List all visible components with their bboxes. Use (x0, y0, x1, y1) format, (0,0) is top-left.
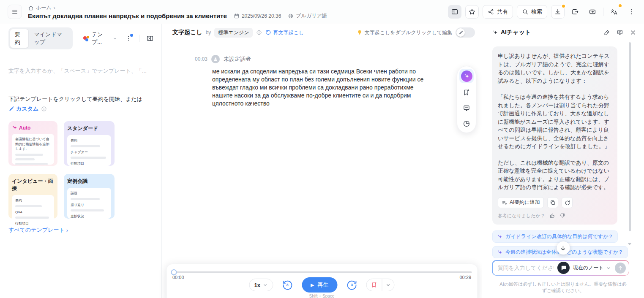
template-card-interview[interactable]: インタビュー・面接 要約 Q&A 行動項目 (8, 174, 57, 219)
transcript-entry[interactable]: 00:03 未設定話者 ме искали да споделим напред… (162, 55, 482, 108)
chevron-down-icon (606, 265, 611, 271)
regenerate-icon (564, 200, 570, 206)
ai-assistant-button[interactable] (459, 69, 474, 83)
template-section-label: チャプター (71, 150, 108, 155)
ai-message-paragraph: ただし、これは機械的な翻訳であり、原文の正確な意味を完全に捉えているわけではない… (498, 159, 612, 192)
play-button[interactable]: ▶ 再生 (302, 277, 337, 293)
placeholder-bar (71, 209, 104, 211)
custom-template-link[interactable]: カスタム (8, 105, 38, 113)
forward-3s-button[interactable]: 3 (346, 279, 357, 290)
more-options-button[interactable] (625, 5, 638, 19)
skip-seconds-label: 3 (346, 279, 357, 290)
speaker-name[interactable]: 未設定話者 (224, 55, 251, 63)
info-icon[interactable] (256, 30, 262, 35)
speaker-avatar[interactable] (211, 55, 220, 63)
thumbs-up-icon[interactable] (549, 213, 555, 219)
placeholder-bar (15, 205, 42, 207)
add-bookmark-button[interactable] (366, 282, 382, 288)
template-card-standard[interactable]: スタンダード 要約 チャプター 行動項目 (64, 121, 115, 166)
ai-disclaimer: AIの回答は必ずしも正しいとは限りません。重要な情報は必ずご確認ください。 (482, 276, 644, 298)
retranscribe-link[interactable]: 再文字起こし (265, 29, 304, 36)
tab-mindmap[interactable]: マインドマップ (29, 29, 71, 48)
template-section-label: 話題 (71, 191, 108, 196)
placeholder-bar (15, 154, 43, 156)
bookmark-add-button[interactable] (460, 86, 473, 99)
transcript-title: 文字起こし (172, 29, 202, 36)
chat-scrollbar[interactable] (629, 42, 631, 234)
search-button[interactable]: 検索 (517, 5, 547, 19)
all-templates-link[interactable]: すべてのテンプレート › (8, 226, 154, 234)
summary-more-button[interactable] (125, 35, 133, 42)
placeholder-bar (71, 157, 106, 159)
ai-message-paragraph: 申し訳ありませんが、提供されたコンテキストは、ブルガリア語のようで、完全に理解す… (498, 52, 612, 85)
engine-chip[interactable]: 標準エンジン (214, 28, 253, 38)
comment-button[interactable] (460, 102, 473, 114)
send-button[interactable] (615, 263, 626, 274)
shortcut-hint: Shift + Space (166, 294, 477, 298)
chat-input-placeholder[interactable]: 質問を入力してください... (498, 264, 554, 272)
placeholder-bar (71, 145, 100, 147)
bookmark-options-button[interactable] (382, 282, 394, 288)
suggestion-chip[interactable]: ガイドライン改訂の具体的な目的は何ですか？ (492, 230, 618, 243)
tab-summary[interactable]: 要約 (10, 29, 29, 48)
toggle-left-panel-button[interactable] (448, 5, 461, 19)
video-export-button[interactable] (586, 5, 599, 19)
ai-sparkle-icon (492, 30, 498, 35)
template-card-title: 定例会議 (67, 178, 87, 185)
regenerate-button[interactable] (562, 197, 573, 208)
copy-response-button[interactable] (547, 197, 558, 208)
template-section-label: 進捗状況 (71, 214, 108, 219)
chevron-right-icon: › (66, 227, 68, 233)
globe-icon (288, 13, 294, 19)
breadcrumb[interactable]: ホーム › (28, 4, 327, 11)
analytics-button[interactable] (460, 117, 473, 130)
transcript-text[interactable]: ме искали да споделим напредъка си тази … (212, 68, 426, 108)
scroll-to-bottom-button[interactable] (557, 241, 570, 255)
template-card-title: Auto (19, 125, 30, 131)
collapse-panel-icon (146, 35, 154, 42)
template-card-auto[interactable]: Auto 会議情報に基づいて自動的に補足情報を追加します。 (8, 121, 57, 166)
template-card-meeting[interactable]: 定例会議 話題 振り返り 進捗状況 (64, 174, 115, 219)
translate-button[interactable] (607, 5, 621, 19)
collapse-panel-button[interactable] (146, 35, 154, 42)
progress-handle[interactable] (171, 269, 177, 275)
template-dropdown[interactable]: テンプ... (83, 31, 117, 46)
clear-chat-icon[interactable] (603, 29, 610, 36)
info-icon[interactable] (41, 106, 47, 112)
scope-selector[interactable]: 現在のノート (573, 264, 611, 271)
edit-mode-toggle[interactable] (456, 27, 475, 38)
entry-timestamp[interactable]: 00:03 (195, 56, 207, 62)
chat-bubble-icon (560, 265, 567, 271)
download-button[interactable] (551, 5, 565, 19)
search-icon (522, 8, 529, 15)
placeholder-bar (15, 217, 49, 219)
title-block: ホーム › Екипът докладва плавен напредък и … (28, 4, 327, 19)
app-root: ホーム › Екипът докладва плавен напредък и … (0, 0, 644, 298)
template-dropdown-label: テンプ... (92, 31, 110, 46)
scrollbar-down-arrow[interactable] (628, 243, 632, 245)
scrollbar-thumb[interactable] (629, 42, 631, 231)
placeholder-bar (15, 158, 35, 160)
progress-bar[interactable] (172, 271, 472, 273)
export-button[interactable] (568, 5, 582, 19)
chat-history-icon[interactable] (617, 29, 623, 36)
transcript-panel: 文字起こし by 標準エンジン 再文字起こし 文字起こしをダブルクリックして編集 (162, 24, 482, 298)
chat-input[interactable]: 質問を入力してください... 現在のノート (493, 261, 629, 275)
template-section-label: 要約 (71, 138, 108, 143)
template-section-label: 行動項目 (15, 221, 51, 226)
close-icon[interactable] (630, 29, 636, 36)
playback-speed-button[interactable]: 1x (249, 279, 273, 291)
add-to-ai-summary-button[interactable]: AI要約に追加 (498, 197, 544, 208)
share-button[interactable]: 共有 (483, 5, 513, 19)
summary-editor-placeholder[interactable]: 文字を入力するか、「スペース」でテンプレート、「... (8, 67, 154, 75)
favorite-button[interactable] (465, 5, 479, 19)
main-menu-button[interactable] (8, 5, 22, 19)
bookmark-split-button (366, 279, 394, 291)
speed-value: 1x (254, 282, 260, 288)
lightbulb-icon (357, 30, 363, 35)
breadcrumb-home-label[interactable]: ホーム (36, 4, 52, 11)
placeholder-bar (71, 198, 100, 200)
thumbs-down-icon[interactable] (559, 213, 565, 219)
rewind-3s-button[interactable]: 3 (282, 279, 293, 290)
bookmark-red-icon (371, 282, 377, 288)
